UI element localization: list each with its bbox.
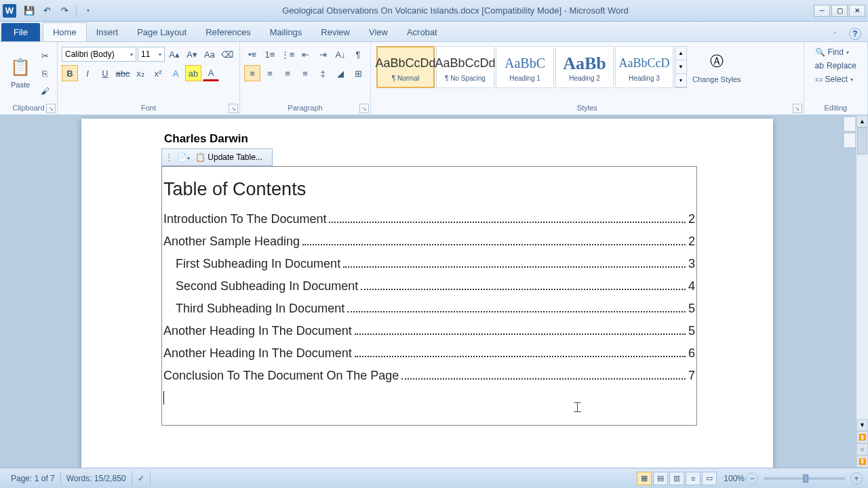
strikethrough-button[interactable]: abc — [115, 65, 131, 81]
replace-button[interactable]: abReplace — [812, 60, 859, 72]
clipboard-launcher[interactable]: ↘ — [46, 104, 56, 113]
scroll-up-button[interactable]: ▲ — [856, 115, 868, 127]
toc-entry[interactable]: Another Heading In The Document5 — [163, 324, 695, 338]
zoom-thumb[interactable] — [803, 474, 808, 483]
clear-formatting-button[interactable]: ⌫ — [219, 46, 235, 62]
text-effects-button[interactable]: A — [167, 65, 184, 81]
qat-customize[interactable]: ▾ — [81, 3, 96, 18]
tab-acrobat[interactable]: Acrobat — [397, 23, 447, 41]
style-heading-2[interactable]: AaBb Heading 2 — [555, 46, 614, 88]
paste-button[interactable]: 📋 Paste — [4, 45, 37, 100]
undo-button[interactable]: ↶ — [39, 3, 54, 18]
web-layout-view[interactable]: ▥ — [669, 472, 684, 485]
style-normal[interactable]: AaBbCcDd ¶ Normal — [376, 46, 435, 88]
numbering-button[interactable]: 1≡ — [262, 46, 278, 62]
style-no-spacing[interactable]: AaBbCcDd ¶ No Spacing — [436, 46, 494, 88]
sort-button[interactable]: A↓ — [332, 46, 349, 62]
shrink-font-button[interactable]: A▾ — [184, 46, 200, 62]
outline-view[interactable]: ≡ — [686, 472, 701, 485]
copy-button[interactable]: ⎘ — [37, 65, 53, 81]
save-button[interactable]: 💾 — [22, 3, 37, 18]
side-tab-2[interactable] — [844, 133, 856, 148]
toc-entry[interactable]: Conclusion To The Document On The Page7 — [163, 369, 695, 383]
zoom-out-button[interactable]: − — [746, 472, 758, 485]
increase-indent-button[interactable]: ⇥ — [315, 46, 331, 62]
styles-scroll-up[interactable]: ▲ — [675, 47, 686, 60]
toolbar-handle[interactable]: ⋮ — [165, 152, 173, 162]
browse-object-button[interactable]: ○ — [856, 443, 868, 455]
superscript-button[interactable]: x² — [150, 65, 166, 81]
tab-page-layout[interactable]: Page Layout — [127, 23, 196, 41]
borders-button[interactable]: ⊞ — [350, 65, 366, 81]
grow-font-button[interactable]: A▴ — [166, 46, 182, 62]
change-case-button[interactable]: Aa — [201, 46, 218, 62]
shading-button[interactable]: ◢ — [332, 65, 349, 81]
scroll-thumb[interactable] — [857, 127, 867, 155]
show-marks-button[interactable]: ¶ — [350, 46, 366, 62]
toc-entry[interactable]: Third Subheading In Document5 — [163, 302, 695, 316]
change-styles-button[interactable]: Ⓐ Change Styles — [687, 45, 747, 89]
font-name-combo[interactable]: Calibri (Body)▾ — [62, 47, 136, 62]
cut-button[interactable]: ✂ — [37, 47, 53, 64]
scroll-down-button[interactable]: ▼ — [856, 419, 868, 431]
tab-references[interactable]: References — [196, 23, 260, 41]
toc-entry[interactable]: Another Heading In The Document6 — [163, 346, 695, 361]
find-button[interactable]: 🔍Find ▾ — [812, 46, 859, 58]
highlight-button[interactable]: ab — [185, 65, 201, 81]
styles-scroll-down[interactable]: ▼ — [675, 60, 686, 74]
underline-button[interactable]: U — [97, 65, 113, 81]
toc-menu-button[interactable]: 📄▾ — [176, 152, 191, 162]
minimize-button[interactable]: ─ — [814, 5, 830, 17]
paragraph-launcher[interactable]: ↘ — [359, 104, 369, 113]
decrease-indent-button[interactable]: ⇤ — [297, 46, 313, 62]
full-screen-view[interactable]: ▤ — [653, 472, 668, 485]
maximize-button[interactable]: ▢ — [831, 5, 848, 17]
toc-entry[interactable]: Second Subheading In Document4 — [163, 279, 695, 293]
tab-view[interactable]: View — [359, 23, 397, 41]
tab-file[interactable]: File — [1, 23, 40, 41]
browse-next-button[interactable]: ⏬ — [856, 455, 868, 468]
page-status[interactable]: Page: 1 of 7 — [5, 472, 61, 485]
proofing-status[interactable]: ✓ — [132, 472, 151, 485]
tab-mailings[interactable]: Mailings — [260, 23, 312, 41]
tab-insert[interactable]: Insert — [87, 23, 128, 41]
bold-button[interactable]: B — [62, 65, 78, 81]
style-heading-1[interactable]: AaBbC Heading 1 — [496, 46, 554, 88]
justify-button[interactable]: ≡ — [297, 65, 313, 81]
font-color-button[interactable]: A — [203, 65, 219, 81]
toc-entry[interactable]: First Subheading In Document3 — [163, 257, 695, 271]
tab-home[interactable]: Home — [43, 22, 87, 41]
redo-button[interactable]: ↷ — [57, 3, 72, 18]
tab-review[interactable]: Review — [311, 23, 359, 41]
align-center-button[interactable]: ≡ — [262, 65, 278, 81]
line-spacing-button[interactable]: ‡ — [315, 65, 331, 81]
multilevel-list-button[interactable]: ⋮≡ — [279, 46, 296, 62]
styles-more[interactable]: ▾ — [675, 74, 686, 87]
toc-entry[interactable]: Another Sample Heading2 — [163, 235, 695, 249]
subscript-button[interactable]: x₂ — [132, 65, 149, 81]
draft-view[interactable]: ▭ — [702, 472, 717, 485]
page-container[interactable]: Charles Darwin ⋮ 📄▾ 📋 Update Table... Ta… — [0, 115, 856, 468]
word-count[interactable]: Words: 15/2,850 — [61, 472, 132, 485]
help-button[interactable]: ? — [849, 28, 861, 40]
close-button[interactable]: ✕ — [849, 5, 865, 17]
zoom-in-button[interactable]: + — [850, 472, 863, 485]
minimize-ribbon-button[interactable]: ⌃ — [827, 26, 842, 41]
zoom-slider[interactable] — [764, 477, 845, 480]
format-painter-button[interactable]: 🖌 — [37, 83, 53, 99]
browse-prev-button[interactable]: ⏫ — [856, 431, 868, 443]
font-launcher[interactable]: ↘ — [229, 104, 238, 113]
select-button[interactable]: ▭Select ▾ — [812, 73, 859, 85]
style-heading-3[interactable]: AaBbCcD Heading 3 — [615, 46, 673, 88]
document-page[interactable]: Charles Darwin ⋮ 📄▾ 📋 Update Table... Ta… — [81, 119, 773, 468]
bullets-button[interactable]: •≡ — [244, 46, 260, 62]
toc-entry[interactable]: Introduction To The Document2 — [163, 212, 695, 226]
styles-launcher[interactable]: ↘ — [793, 104, 802, 113]
print-layout-view[interactable]: ▦ — [637, 472, 652, 485]
zoom-level[interactable]: 100% — [724, 474, 745, 483]
side-tab-1[interactable] — [844, 117, 856, 131]
align-left-button[interactable]: ≡ — [244, 65, 260, 81]
update-table-button[interactable]: 📋 Update Table... — [194, 152, 264, 162]
italic-button[interactable]: I — [79, 65, 96, 81]
scroll-track[interactable] — [856, 127, 868, 419]
